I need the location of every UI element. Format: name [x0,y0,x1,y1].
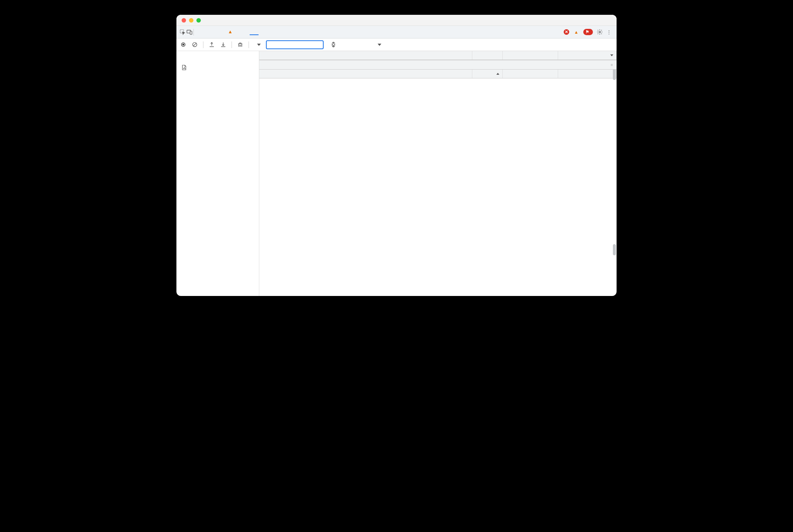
sort-desc-icon [610,54,613,56]
sidebar-section-heading [176,58,259,62]
zoom-window-icon[interactable] [196,18,201,23]
error-icon: ✕ [564,29,569,35]
titlebar [176,15,617,26]
drag-handle-icon[interactable]: ≡ [611,63,614,67]
flag-icon: ⚑ [586,30,589,34]
memory-toolbar: ✕ [176,38,617,51]
tab-console[interactable] [204,29,213,35]
heap-table: ≡ [259,51,617,296]
col-distance[interactable] [472,51,503,60]
view-mode-dropdown[interactable] [254,44,261,46]
minimize-window-icon[interactable] [189,18,193,23]
tab-elements[interactable] [195,29,203,35]
separator [249,41,249,48]
gc-icon[interactable] [237,41,243,48]
device-toggle-icon[interactable] [186,29,193,35]
constructors-header [259,51,617,60]
retainer-rows[interactable] [259,78,617,296]
download-icon[interactable] [220,41,226,48]
sort-asc-icon [496,73,499,75]
tab-memory[interactable] [250,29,259,35]
clear-icon[interactable] [192,41,198,48]
retainers-header[interactable]: ≡ [259,60,617,70]
warning-icon: ▲ [574,30,578,35]
object-scope-dropdown[interactable] [330,44,381,46]
tab-performance[interactable] [240,29,249,35]
status-indicators: ✕ ▲ ⚑ ⋮ [564,29,614,35]
retainers-columns [259,70,617,78]
panel-tabs: ▲ ✕ ▲ ⚑ ⋮ [176,26,617,38]
tab-application[interactable] [259,29,268,35]
col-retained-size[interactable] [558,51,617,60]
profiles-sidebar [176,51,259,296]
traffic-lights [176,18,201,23]
close-window-icon[interactable] [182,18,186,23]
inspect-icon[interactable] [179,29,186,35]
col-retained-size[interactable] [558,70,617,78]
chevron-down-icon [257,44,261,46]
kebab-icon[interactable]: ⋮ [607,29,611,35]
record-icon[interactable] [180,41,186,48]
devtools-window: ▲ ✕ ▲ ⚑ ⋮ [176,15,617,296]
sidebar-title [176,51,259,58]
upload-icon[interactable] [209,41,215,48]
svg-rect-2 [190,31,192,34]
separator [203,41,203,48]
svg-point-3 [599,31,600,33]
separator [232,41,232,48]
tab-sources[interactable] [214,29,223,35]
col-constructor[interactable] [259,51,472,60]
issue-count[interactable]: ⚑ [583,29,593,35]
class-filter-input[interactable]: ✕ [266,40,324,49]
warning-count[interactable]: ▲ [574,30,580,35]
col-object[interactable] [259,70,472,78]
svg-point-5 [182,44,184,46]
warning-icon: ▲ [228,29,233,34]
col-shallow-size[interactable] [503,51,558,60]
separator [193,29,194,36]
snapshot-icon [181,64,187,71]
gear-icon[interactable] [597,29,603,35]
col-shallow-size[interactable] [503,70,558,78]
error-count[interactable]: ✕ [564,29,570,35]
tab-network[interactable]: ▲ [223,26,239,38]
chevron-down-icon [378,44,381,46]
scrollbar-thumb[interactable] [613,244,616,255]
class-filter-field[interactable] [270,42,332,47]
snapshot-item[interactable] [176,62,259,73]
col-distance[interactable] [472,70,503,78]
